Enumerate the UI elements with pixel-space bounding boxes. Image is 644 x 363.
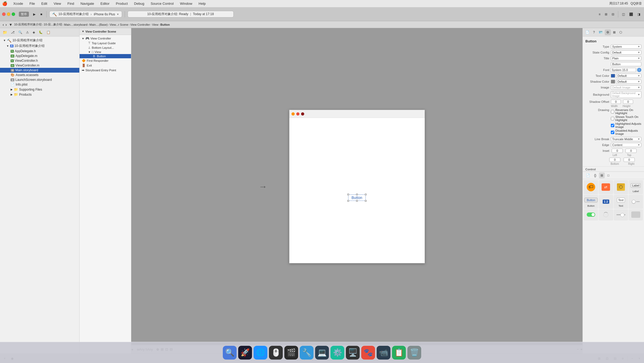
sidebar-folder-btn[interactable]: 📁 — [1, 29, 9, 36]
inset-left-input[interactable]: 0 — [612, 149, 623, 153]
sidebar-item-appdelegate-h[interactable]: h AppDelegate.h — [0, 49, 79, 54]
button-text-input[interactable]: Button — [611, 62, 641, 66]
sidebar-test-btn[interactable]: ◈ — [31, 29, 37, 35]
comp-switch[interactable] — [584, 209, 598, 220]
sidebar-report-btn[interactable]: 📋 — [45, 29, 52, 35]
menu-file[interactable]: File — [28, 1, 37, 6]
stop-button[interactable]: ■ — [39, 11, 44, 17]
sidebar-item-subfolder[interactable]: ▼ A 10-应用程序对象介绍 — [0, 43, 79, 49]
menu-product[interactable]: Product — [114, 1, 129, 6]
sidebar-item-infoplist[interactable]: 📄 Info.plist — [0, 82, 79, 87]
editor-standard-btn[interactable]: ≡ — [597, 11, 602, 17]
close-button[interactable] — [2, 12, 6, 16]
scene-view[interactable]: ▼ □ View — [80, 50, 131, 54]
dock-safari[interactable]: 🌐 — [254, 346, 267, 360]
nav-forward[interactable]: › — [5, 23, 7, 27]
dock-launchpad[interactable]: 🚀 — [238, 346, 252, 360]
highlighted-checkbox[interactable] — [611, 124, 614, 127]
scheme-selector[interactable]: 🔨 10-应用程序对象介绍 › iPhone 6s Plus ▼ — [49, 11, 122, 17]
sidebar-item-supporting[interactable]: ▶ 📁 Supporting Files — [0, 87, 79, 92]
scene-top-layout[interactable]: ⊤ Top Layout Guide — [80, 41, 131, 45]
comp-orange-arrows[interactable]: ⇄ — [599, 180, 613, 194]
sidebar-item-viewcontroller-h[interactable]: h ViewController.h — [0, 58, 79, 63]
dock-paw[interactable]: 🐾 — [361, 346, 375, 360]
comp-list-btn[interactable]: {} — [593, 172, 598, 178]
sidebar-issue-btn[interactable]: ⚠ — [24, 29, 31, 35]
text-color-swatch[interactable] — [611, 74, 615, 78]
breadcrumb-item-1[interactable]: 10-应...象介绍 — [44, 23, 62, 26]
type-select[interactable]: System ▼ — [611, 45, 641, 49]
menu-editor[interactable]: Editor — [99, 1, 111, 6]
dock-screenium[interactable]: 📹 — [377, 346, 390, 360]
inspector-identity-btn[interactable]: 🪪 — [597, 29, 604, 35]
comp-gold-cube[interactable]: ⬡ — [614, 180, 628, 194]
inset-right-input[interactable]: 0 — [624, 158, 635, 162]
inspector-connections-btn[interactable]: ⬡ — [618, 29, 624, 35]
shadow-width-input[interactable]: 0 — [611, 100, 621, 104]
breadcrumb-item-6[interactable]: View — [152, 23, 158, 26]
menu-debug[interactable]: Debug — [133, 1, 146, 6]
image-select[interactable]: Default Image ▼ — [611, 85, 641, 90]
state-select[interactable]: Default ▼ — [611, 50, 641, 55]
comp-icon-btn[interactable]: 📄 — [584, 172, 591, 178]
sidebar-item-viewcontroller-m[interactable]: m ViewController.m — [0, 63, 79, 68]
comp-yellow-circle[interactable]: 🏷 — [584, 180, 598, 194]
dock-instruments[interactable]: 🔧 — [300, 346, 314, 360]
sidebar-item-main-storyboard[interactable]: ⊞ Main.storyboard — [0, 68, 79, 73]
line-break-select[interactable]: Truncate Middle ▼ — [611, 137, 641, 141]
scene-bottom-layout[interactable]: ⊥ Bottom Layout... — [80, 45, 131, 50]
dock-mouse[interactable]: 🖱️ — [269, 346, 283, 360]
inset-bottom-input[interactable]: 0 — [609, 158, 620, 162]
edge-select[interactable]: Content ▼ — [611, 143, 641, 147]
menu-navigate[interactable]: Navigate — [79, 1, 95, 6]
navigator-toggle[interactable]: ◫ — [620, 11, 626, 17]
menu-source-control[interactable]: Source Control — [149, 1, 175, 6]
comp-button[interactable]: Button Button — [584, 195, 598, 209]
comp-label[interactable]: Label Label — [629, 180, 643, 194]
comp-slider[interactable] — [614, 209, 628, 220]
shadow-height-input[interactable]: 0 — [623, 100, 633, 104]
breadcrumb-item-5[interactable]: View Controller — [130, 23, 150, 26]
shows-touch-checkbox[interactable] — [611, 117, 614, 120]
comp-gray[interactable] — [629, 209, 643, 220]
breadcrumb-item-3[interactable]: Main....(Base) — [89, 23, 107, 26]
sidebar-item-products[interactable]: ▶ 📁 Products — [0, 92, 79, 97]
sidebar-item-launchscreen[interactable]: ⊞ LaunchScreen.storyboard — [0, 77, 79, 82]
sidebar-item-project[interactable]: ▼ 🔨 10-应用程序对象介绍 — [0, 38, 79, 43]
font-info-btn[interactable]: i — [637, 68, 641, 72]
debug-toggle[interactable]: ⬛ — [628, 11, 635, 17]
editor-version-btn[interactable]: ⊟ — [610, 11, 616, 17]
menu-xcode[interactable]: Xcode — [12, 1, 25, 6]
dock-terminal[interactable]: 💻 — [315, 346, 329, 360]
breadcrumb-item-7[interactable]: Button — [160, 23, 170, 26]
breadcrumb-item-4[interactable]: View...r Scene — [110, 23, 128, 26]
inspector-toggle[interactable]: ◨ — [636, 11, 642, 17]
background-select[interactable]: Default Background Image ▼ — [611, 91, 641, 98]
sidebar-git-btn[interactable]: ⎇ — [9, 29, 16, 35]
inset-top-input[interactable]: 0 — [625, 149, 637, 153]
comp-slider-round[interactable] — [629, 195, 643, 209]
breadcrumb-item-2[interactable]: Main....storyboard — [64, 23, 88, 26]
menu-help[interactable]: Help — [197, 1, 207, 6]
comp-media-btn[interactable]: □ — [606, 172, 611, 178]
menu-find[interactable]: Find — [66, 1, 76, 6]
scene-storyboard-entry[interactable]: ➡ Storyboard Entry Point — [80, 68, 131, 73]
scene-exit[interactable]: 🚪 Exit — [80, 63, 131, 68]
dock-finder[interactable]: 🔍 — [223, 346, 237, 360]
dock-sysprefs[interactable]: ⚙️ — [330, 346, 344, 360]
run-button[interactable]: ▶ — [32, 11, 37, 17]
comp-text-field[interactable]: Text Text — [614, 195, 628, 209]
scene-button[interactable]: B Button — [80, 54, 131, 58]
reverses-checkbox[interactable] — [611, 110, 614, 113]
inspector-attributes-btn[interactable]: ⚙ — [605, 29, 611, 35]
dock-quicktime[interactable]: 🎬 — [284, 346, 298, 360]
nav-back[interactable]: ‹ — [2, 23, 5, 27]
dock-trash[interactable]: 🗑️ — [407, 346, 421, 360]
sidebar-search-btn[interactable]: 🔍 — [17, 29, 24, 35]
inspector-quick-help-btn[interactable]: ? — [591, 29, 597, 35]
breadcrumb-item-0[interactable]: 10-应用程序对象介绍 — [14, 23, 42, 26]
sidebar-item-assets[interactable]: 🎨 Assets.xcassets — [0, 73, 79, 77]
sidebar-item-appdelegate-m[interactable]: m AppDelegate.m — [0, 54, 79, 58]
comp-spinner[interactable] — [599, 209, 613, 220]
inspector-size-btn[interactable]: ⊠ — [611, 29, 617, 35]
